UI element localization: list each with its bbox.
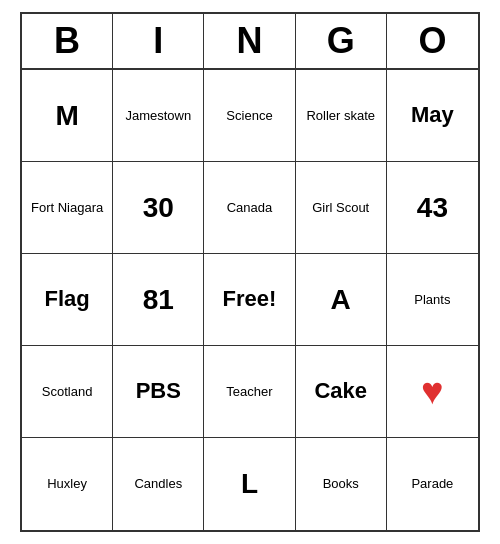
cell-text: L (241, 467, 258, 501)
cell-r1-c1: 30 (113, 162, 204, 254)
cell-r3-c3: Cake (296, 346, 387, 438)
cell-r3-c2: Teacher (204, 346, 295, 438)
cell-text: 43 (417, 191, 448, 225)
cell-text: PBS (136, 378, 181, 404)
cell-text: Roller skate (306, 108, 375, 124)
cell-r2-c1: 81 (113, 254, 204, 346)
cell-r1-c3: Girl Scout (296, 162, 387, 254)
cell-r4-c2: L (204, 438, 295, 530)
cell-r1-c4: 43 (387, 162, 478, 254)
cell-text: Parade (411, 476, 453, 492)
cell-r2-c3: A (296, 254, 387, 346)
cell-text: May (411, 102, 454, 128)
cell-text: Fort Niagara (31, 200, 103, 216)
bingo-card: BINGO MJamestownScienceRoller skateMayFo… (20, 12, 480, 532)
cell-text: M (55, 99, 78, 133)
cell-r0-c1: Jamestown (113, 70, 204, 162)
cell-text: Science (226, 108, 272, 124)
cell-text: Girl Scout (312, 200, 369, 216)
cell-text: Scotland (42, 384, 93, 400)
cell-text: Free! (223, 286, 277, 312)
cell-text: Huxley (47, 476, 87, 492)
bingo-header: BINGO (22, 14, 478, 70)
cell-r3-c0: Scotland (22, 346, 113, 438)
cell-r0-c4: May (387, 70, 478, 162)
heart-icon: ♥ (421, 369, 444, 415)
cell-text: Flag (44, 286, 89, 312)
cell-r3-c4: ♥ (387, 346, 478, 438)
cell-r0-c2: Science (204, 70, 295, 162)
cell-r1-c2: Canada (204, 162, 295, 254)
header-letter: O (387, 14, 478, 68)
cell-r0-c0: M (22, 70, 113, 162)
cell-r4-c4: Parade (387, 438, 478, 530)
cell-r2-c4: Plants (387, 254, 478, 346)
cell-text: Teacher (226, 384, 272, 400)
header-letter: G (296, 14, 387, 68)
cell-text: A (331, 283, 351, 317)
cell-r2-c2: Free! (204, 254, 295, 346)
cell-r4-c3: Books (296, 438, 387, 530)
header-letter: I (113, 14, 204, 68)
cell-text: Plants (414, 292, 450, 308)
header-letter: B (22, 14, 113, 68)
cell-text: Cake (314, 378, 367, 404)
cell-r1-c0: Fort Niagara (22, 162, 113, 254)
cell-r0-c3: Roller skate (296, 70, 387, 162)
cell-text: 81 (143, 283, 174, 317)
bingo-grid: MJamestownScienceRoller skateMayFort Nia… (22, 70, 478, 530)
cell-r4-c1: Candles (113, 438, 204, 530)
cell-r2-c0: Flag (22, 254, 113, 346)
cell-text: 30 (143, 191, 174, 225)
cell-text: Candles (134, 476, 182, 492)
cell-r3-c1: PBS (113, 346, 204, 438)
cell-text: Jamestown (125, 108, 191, 124)
cell-text: Books (323, 476, 359, 492)
cell-r4-c0: Huxley (22, 438, 113, 530)
header-letter: N (204, 14, 295, 68)
cell-text: Canada (227, 200, 273, 216)
